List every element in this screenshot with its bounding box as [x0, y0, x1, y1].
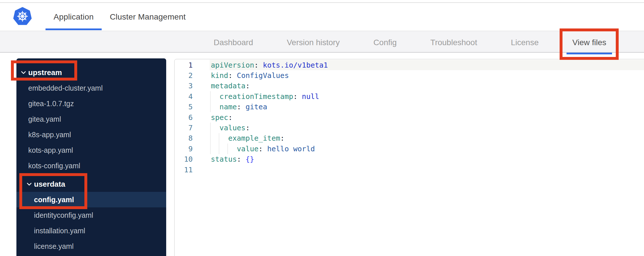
line-number: 8	[175, 133, 202, 144]
code-line-2: 2kind: ConfigValues	[175, 70, 644, 81]
file-tree-sidebar: upstreamembedded-cluster.yamlgitea-1.0.7…	[16, 58, 166, 256]
subnav-item-dashboard[interactable]: Dashboard	[214, 33, 253, 52]
top-tab-label: Cluster Management	[110, 12, 186, 22]
subnav-item-label: Dashboard	[214, 38, 253, 47]
code-line-10: 10status: {}	[175, 154, 644, 165]
code-editor[interactable]: 1apiVersion: kots.io/v1beta12kind: Confi…	[174, 59, 644, 256]
line-number: 7	[175, 123, 202, 133]
indent-guide	[210, 102, 211, 112]
subnav-item-troubleshoot[interactable]: Troubleshoot	[430, 33, 477, 52]
line-number: 9	[175, 144, 202, 154]
code-line-content: spec:	[211, 113, 232, 122]
file-label: installation.yaml	[34, 227, 85, 235]
line-number: 10	[175, 154, 202, 165]
indent-guide	[210, 133, 211, 144]
subnav-item-config[interactable]: Config	[373, 33, 397, 52]
code-line-5: 5 name: gitea	[175, 102, 644, 112]
app-header: ApplicationCluster Management	[0, 3, 644, 31]
indent-guide	[210, 123, 211, 133]
active-tab-underline	[46, 28, 102, 30]
subnav-item-version-history[interactable]: Version history	[287, 33, 340, 52]
subnav-item-label: View files	[572, 38, 606, 47]
top-tab-label: Application	[54, 12, 94, 22]
tree-file-license-yaml[interactable]: license.yaml	[16, 238, 166, 254]
subnav-item-label: Version history	[287, 38, 340, 47]
top-tab-cluster-management[interactable]: Cluster Management	[102, 3, 194, 31]
line-number: 5	[175, 102, 202, 112]
code-line-content: apiVersion: kots.io/v1beta1	[211, 61, 328, 69]
tree-folder-userdata[interactable]: userdata	[16, 176, 166, 192]
line-number: 3	[175, 81, 202, 91]
code-line-content: value: hello world	[211, 145, 315, 153]
tree-file-installation-yaml[interactable]: installation.yaml	[16, 223, 166, 238]
app-subnav: DashboardVersion historyConfigTroublesho…	[0, 31, 644, 53]
code-line-content: metadata:	[211, 82, 250, 90]
tree-file-kots-config-yaml[interactable]: kots-config.yaml	[16, 158, 166, 173]
code-line-content: example_item:	[211, 134, 285, 142]
tree-file-gitea-yaml[interactable]: gitea.yaml	[16, 111, 166, 127]
code-line-7: 7 values:	[175, 123, 644, 133]
subnav-item-label: Troubleshoot	[430, 38, 477, 47]
kots-admin-console: ApplicationCluster Management DashboardV…	[0, 0, 644, 256]
folder-label: upstream	[28, 68, 62, 77]
file-label: embedded-cluster.yaml	[28, 84, 103, 92]
code-line-content: creationTimestamp: null	[211, 92, 319, 101]
tree-file-gitea-1-0-7-tgz[interactable]: gitea-1.0.7.tgz	[16, 96, 166, 111]
line-number: 2	[175, 70, 202, 81]
tree-file-embedded-cluster-yaml[interactable]: embedded-cluster.yaml	[16, 80, 166, 96]
file-label: kots-config.yaml	[28, 162, 80, 170]
file-label: k8s-app.yaml	[28, 131, 71, 139]
file-label: config.yaml	[34, 196, 74, 204]
indent-guide	[210, 91, 211, 102]
top-tab-application[interactable]: Application	[46, 3, 102, 31]
line-number: 11	[175, 165, 202, 175]
tree-file-identityconfig-yaml[interactable]: identityconfig.yaml	[16, 207, 166, 223]
tree-file-config-yaml[interactable]: config.yaml	[16, 192, 166, 207]
line-number: 4	[175, 91, 202, 102]
code-line-8: 8 example_item:	[175, 133, 644, 144]
kubernetes-logo-icon	[13, 7, 32, 25]
chevron-down-icon	[21, 71, 26, 74]
tree-file-kots-app-yaml[interactable]: kots-app.yaml	[16, 142, 166, 158]
indent-guide	[210, 144, 211, 154]
file-label: gitea.yaml	[28, 115, 61, 123]
tree-file-k8s-app-yaml[interactable]: k8s-app.yaml	[16, 127, 166, 142]
subnav-item-license[interactable]: License	[511, 33, 539, 52]
code-line-content: status: {}	[211, 155, 254, 163]
code-line-content: name: gitea	[211, 103, 267, 111]
file-label: license.yaml	[34, 242, 74, 251]
line-number: 6	[175, 112, 202, 123]
code-line-6: 6spec:	[175, 112, 644, 123]
file-label: identityconfig.yaml	[34, 211, 93, 219]
chevron-down-icon	[27, 182, 32, 186]
tree-folder-upstream[interactable]: upstream	[16, 65, 166, 80]
active-subnav-underline	[567, 53, 612, 54]
subnav-item-label: License	[511, 38, 539, 47]
top-tabs: ApplicationCluster Management	[46, 3, 194, 31]
file-label: gitea-1.0.7.tgz	[28, 100, 74, 108]
line-number: 1	[175, 60, 202, 70]
code-line-content: kind: ConfigValues	[211, 71, 289, 80]
code-line-9: 9 value: hello world	[175, 144, 644, 154]
code-line-4: 4 creationTimestamp: null	[175, 91, 644, 102]
subnav-item-view-files[interactable]: View files	[572, 33, 606, 52]
code-line-11: 11	[175, 165, 644, 175]
subnav-item-label: Config	[373, 38, 397, 47]
code-line-1: 1apiVersion: kots.io/v1beta1	[175, 60, 644, 70]
code-line-3: 3metadata:	[175, 81, 644, 91]
folder-label: userdata	[34, 180, 65, 189]
code-line-content: values:	[211, 124, 250, 132]
file-label: kots-app.yaml	[28, 146, 73, 154]
